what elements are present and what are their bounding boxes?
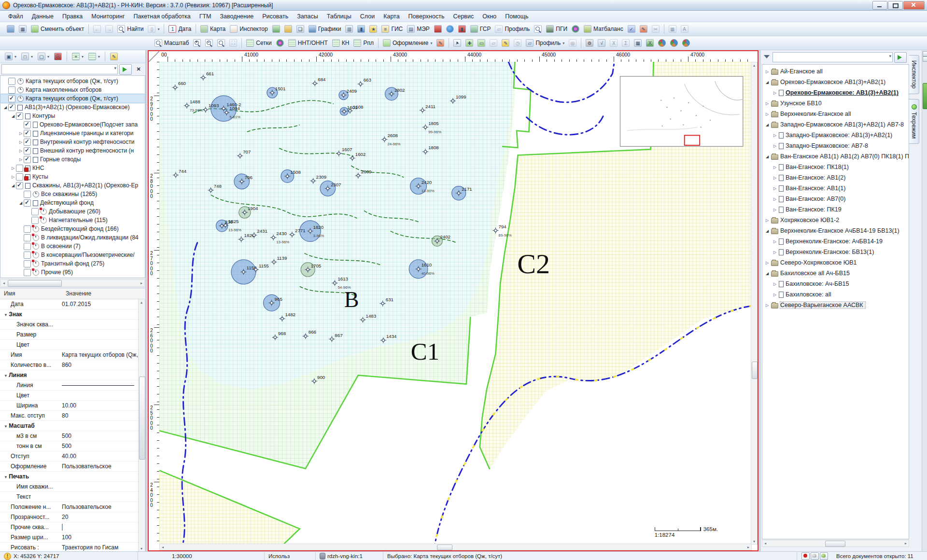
expander-icon[interactable]: ▷	[18, 157, 24, 162]
expander-icon[interactable]: ◢	[18, 201, 24, 205]
expander-icon[interactable]: ◢	[2, 105, 8, 110]
fields-tree-hscrollbar[interactable]: ◂ ▸	[762, 540, 909, 547]
maptb-lassoG-icon[interactable]	[464, 38, 475, 48]
tree-item[interactable]: ▷Ай-Еганское all	[762, 66, 909, 77]
tb-найти[interactable]: Найти	[115, 24, 145, 34]
property-value[interactable]: Карта текущих отборов (Qж, т	[58, 351, 145, 358]
menu-Слои[interactable]: Слои	[356, 12, 379, 21]
menu-Правка[interactable]: Правка	[58, 12, 87, 21]
scroll-left-arrow[interactable]: ◂	[160, 544, 166, 550]
layers-filter-clear-button[interactable]: ✕	[133, 64, 144, 75]
maptb-cursor-icon[interactable]	[451, 38, 463, 48]
property-row[interactable]: Количество в...860	[0, 360, 145, 370]
tree-item[interactable]: ◢Скважины, АВ1(3)+АВ2(1) (Орехово-Ер	[0, 181, 145, 190]
maptb-pgx-icon[interactable]	[608, 38, 619, 48]
menu-ГТМ[interactable]: ГТМ	[195, 12, 216, 21]
maptb-gray-icon[interactable]	[567, 38, 578, 48]
expander-icon[interactable]: ▷	[772, 133, 778, 138]
expander-icon[interactable]: ◢	[764, 271, 770, 276]
property-row[interactable]: Линия	[0, 380, 145, 391]
maptb-pie3-icon[interactable]	[680, 38, 692, 48]
tb-профиль[interactable]: Профиль	[493, 24, 532, 34]
tb-redbox-icon[interactable]	[456, 24, 468, 34]
menu-Запасы[interactable]: Запасы	[293, 12, 322, 21]
property-row[interactable]: Значок сква...	[0, 320, 145, 330]
tb-folder-icon[interactable]	[282, 24, 294, 34]
tree-item[interactable]: ◢Бахиловское all Ач-БВ15	[762, 268, 909, 279]
tb-users-icon[interactable]	[5, 24, 16, 34]
menu-Сервис[interactable]: Сервис	[449, 12, 478, 21]
property-value[interactable]: 500	[58, 443, 145, 449]
tb-mag-icon[interactable]	[532, 24, 544, 34]
maptb-pgs-icon[interactable]	[620, 38, 632, 48]
expander-icon[interactable]: ▷	[772, 239, 778, 244]
property-row[interactable]: Линия	[0, 370, 145, 380]
overview-inset-map[interactable]	[620, 76, 743, 146]
maptb-mer-icon[interactable]	[632, 38, 644, 48]
expander-icon[interactable]: ▷	[772, 144, 778, 148]
tree-item[interactable]: ▷Ван-Еганское: ПК19	[762, 204, 909, 215]
menu-Пакетная обработка[interactable]: Пакетная обработка	[129, 12, 195, 21]
scroll-up-arrow[interactable]: ▴	[751, 62, 757, 68]
expander-icon[interactable]: ▷	[772, 293, 778, 297]
tb-gray-icon[interactable]	[667, 24, 678, 34]
expander-icon[interactable]: ▷	[764, 261, 770, 265]
visibility-checkbox[interactable]	[31, 217, 39, 224]
property-row[interactable]: тонн в см500	[0, 441, 145, 451]
visibility-checkbox[interactable]	[24, 260, 31, 267]
tb-карта[interactable]: Карта	[198, 24, 227, 34]
maptb-brushY-icon[interactable]	[500, 38, 511, 48]
maptb-gray-icon[interactable]	[488, 38, 499, 48]
property-row[interactable]: Макс. отступ80	[0, 411, 145, 421]
property-row[interactable]: Прочие сква...	[0, 522, 145, 532]
tree-item[interactable]: ▷Верхнеколик-Еганское: БВ13(1)	[762, 247, 909, 257]
visibility-checkbox[interactable]	[24, 191, 31, 198]
tb-матбаланс[interactable]: Матбаланс	[582, 24, 625, 34]
menu-Окно[interactable]: Окно	[478, 12, 501, 21]
expander-icon[interactable]: ▷	[18, 149, 24, 153]
menu-Заводнение[interactable]: Заводнение	[215, 12, 258, 21]
expander-icon[interactable]: ▷	[772, 176, 778, 180]
tree-item[interactable]: Бездействующий фонд (166)	[0, 224, 145, 233]
tree-item[interactable]: ◢Орехово-Ермаковское АВ1(3)+АВ2(1)	[762, 77, 909, 87]
tb-пги[interactable]: ПГИ	[544, 24, 569, 34]
property-value[interactable]	[58, 524, 145, 531]
scroll-left-arrow[interactable]: ◂	[1, 280, 7, 286]
tb-swirl-icon[interactable]	[570, 24, 581, 34]
expander-icon[interactable]: ◢	[764, 154, 770, 159]
maptb-rocket-icon[interactable]	[435, 38, 446, 48]
menu-Файл[interactable]: Файл	[4, 12, 28, 21]
layers-tb-mer-icon[interactable]: ▾	[19, 52, 35, 61]
property-value[interactable]: 860	[58, 362, 145, 368]
menu-Помощь[interactable]: Помощь	[501, 12, 533, 21]
tb-mer-icon[interactable]	[17, 24, 28, 34]
scroll-right-arrow[interactable]: ▸	[139, 280, 144, 286]
maptb-pie2-icon[interactable]	[668, 38, 680, 48]
visibility-checkbox[interactable]	[16, 182, 23, 189]
maptb-gray-icon[interactable]	[512, 38, 523, 48]
property-row[interactable]: м3 в см500	[0, 431, 145, 441]
property-row[interactable]: Ширина10.00	[0, 401, 145, 411]
maptb-профиль[interactable]: Профиль▾	[524, 38, 566, 48]
layers-tb-grid-icon[interactable]: ▾	[70, 52, 85, 61]
tree-item[interactable]: ▷Кусты	[0, 172, 145, 181]
property-row[interactable]: Размер шри...100	[0, 532, 145, 543]
tb-mer-icon[interactable]	[295, 24, 306, 34]
property-value[interactable]: 40.00	[58, 453, 145, 460]
visibility-checkbox[interactable]	[8, 86, 15, 94]
property-row[interactable]: Имя скважи...	[0, 482, 145, 492]
maximize-button[interactable]	[888, 1, 903, 10]
maptb-масштаб[interactable]: Масштаб	[153, 38, 191, 48]
fields-filter-combo[interactable]	[772, 52, 893, 62]
expander-icon[interactable]: ▷	[764, 112, 770, 116]
maptb-zin-icon[interactable]: +	[191, 38, 203, 48]
visibility-checkbox[interactable]	[16, 165, 23, 172]
tree-item[interactable]: Прочие (95)	[0, 268, 145, 277]
tree-item[interactable]: ▷Ван-Еганское: АВ7(0)	[762, 194, 909, 204]
tree-item[interactable]: ▷Внутренний контур нефтеносности	[0, 138, 145, 146]
tree-item[interactable]: Орехово-Ермаковское(Подсчет запа	[0, 120, 145, 129]
maptb-xls-icon[interactable]	[644, 38, 656, 48]
tree-item[interactable]: ▷Ван-Еганское: АВ1(2)	[762, 172, 909, 183]
tree-item[interactable]: Нагнетательные (115)	[0, 216, 145, 224]
scroll-thumb[interactable]	[139, 377, 145, 460]
